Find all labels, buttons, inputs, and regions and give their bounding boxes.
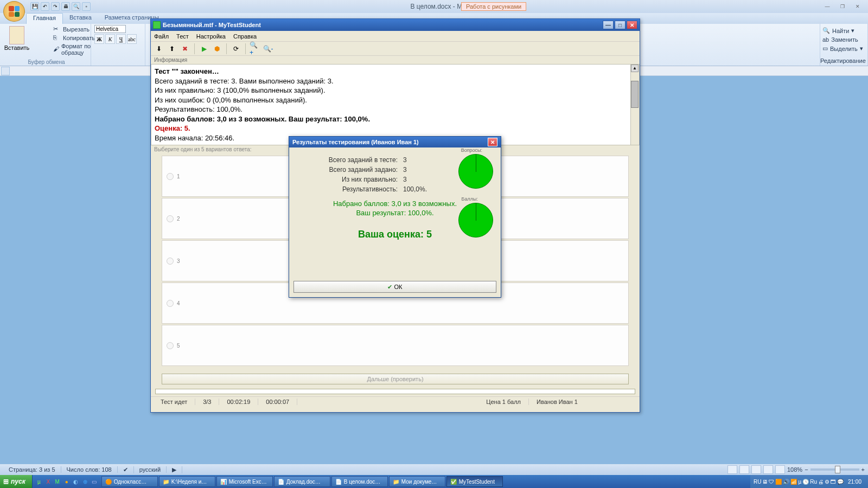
save-icon[interactable]: 💾 xyxy=(30,2,39,11)
utorrent-icon[interactable]: µ xyxy=(35,477,43,486)
task-item[interactable]: 🟠Однокласс… xyxy=(101,476,158,487)
replace-button[interactable]: abЗаменить xyxy=(822,35,865,44)
task-item[interactable]: 📄В целом.doc… xyxy=(331,476,388,487)
menu-test[interactable]: Тест xyxy=(176,33,189,40)
task-item[interactable]: 📁K:\Неделя и… xyxy=(159,476,215,487)
tray-icon[interactable]: Ru xyxy=(810,479,817,485)
view-draft-icon[interactable] xyxy=(775,465,785,474)
view-read-icon[interactable] xyxy=(739,465,749,474)
info-label: Информация xyxy=(151,56,640,64)
tray-icon[interactable]: 🖥 xyxy=(762,479,768,485)
select-button[interactable]: ▭Выделить ▾ xyxy=(822,44,865,53)
play-icon[interactable]: ▶ xyxy=(198,43,210,55)
radio-3[interactable] xyxy=(167,258,174,265)
italic-button[interactable]: К xyxy=(105,34,115,44)
answer-option[interactable]: 5 xyxy=(162,325,629,366)
app-icon[interactable]: M xyxy=(53,477,62,486)
next-icon[interactable]: ⬆ xyxy=(166,43,178,55)
info-effect: Результативность: 100,0%. xyxy=(155,105,636,114)
zoom-value[interactable]: 108% xyxy=(787,466,802,473)
ruler-toggle[interactable] xyxy=(1,67,10,75)
mytest-titlebar[interactable]: Безымянный.mtf - MyTestStudent — □ ✕ xyxy=(151,19,640,31)
radio-2[interactable] xyxy=(167,215,174,222)
lang-indicator[interactable]: RU xyxy=(754,479,761,485)
tab-insert[interactable]: Вставка xyxy=(63,13,98,24)
brush-icon: 🖌 xyxy=(53,46,59,53)
office-button[interactable] xyxy=(3,1,25,22)
stop-icon[interactable]: ⬢ xyxy=(211,43,223,55)
view-web-icon[interactable] xyxy=(751,465,761,474)
bold-button[interactable]: Ж xyxy=(94,34,104,44)
tray-icon[interactable]: 🗔 xyxy=(831,479,836,485)
tray-icon[interactable]: 🟧 xyxy=(775,479,782,485)
menu-settings[interactable]: Настройка xyxy=(196,33,226,40)
zoom-in-icon[interactable]: + xyxy=(861,466,865,473)
tray-icon[interactable]: µ xyxy=(798,479,801,485)
app-icon[interactable]: ● xyxy=(62,477,71,486)
info-scrollbar[interactable]: ▲ xyxy=(630,65,639,145)
menu-help[interactable]: Справка xyxy=(233,33,257,40)
tray-icon[interactable]: 🖨 xyxy=(818,479,824,485)
tray-icon[interactable]: 🔊 xyxy=(783,479,789,485)
preview-icon[interactable]: 🔍 xyxy=(72,2,80,11)
menu-file[interactable]: Файл xyxy=(154,33,169,40)
maximize-icon[interactable]: □ xyxy=(615,21,626,29)
copy-button[interactable]: ⎘Копировать xyxy=(53,34,95,42)
task-item[interactable]: 📄Доклад.doc… xyxy=(274,476,330,487)
status-words[interactable]: Число слов: 108 xyxy=(61,466,118,473)
close-icon[interactable]: ✕ xyxy=(488,138,497,146)
status-macro-icon[interactable]: ▶ xyxy=(167,466,182,473)
start-button[interactable]: пуск xyxy=(0,475,33,488)
task-item[interactable]: ✅MyTestStudent xyxy=(446,476,503,487)
zoom-slider[interactable] xyxy=(810,468,859,471)
task-item[interactable]: 📊Microsoft Exc… xyxy=(216,476,273,487)
ok-button[interactable]: ✔ ОК xyxy=(293,281,496,293)
select-icon: ▭ xyxy=(822,45,828,52)
tray-icon[interactable]: ⚙ xyxy=(825,479,829,485)
minimize-icon[interactable]: — xyxy=(603,21,614,29)
app-icon[interactable]: ⊕ xyxy=(81,477,90,486)
view-outline-icon[interactable] xyxy=(763,465,773,474)
prev-icon[interactable]: ⬇ xyxy=(153,43,165,55)
contextual-tab[interactable]: Работа с рисунками xyxy=(461,2,526,11)
new-icon[interactable]: ▫ xyxy=(82,2,91,11)
tray-icon[interactable]: 🛡 xyxy=(769,479,774,485)
tray-icon[interactable]: 🕓 xyxy=(802,479,809,485)
underline-button[interactable]: Ч xyxy=(116,34,126,44)
desktop-icon[interactable]: ▭ xyxy=(90,477,99,486)
redo-icon[interactable]: ↷ xyxy=(51,2,60,11)
status-proof-icon[interactable]: ✔ xyxy=(118,466,134,473)
zoom-out-icon[interactable]: 🔍- xyxy=(262,43,274,55)
radio-1[interactable] xyxy=(167,173,174,180)
zoom-out-icon[interactable]: − xyxy=(805,466,808,473)
zoom-in-icon[interactable]: 🔍+ xyxy=(249,43,261,55)
format-painter-button[interactable]: 🖌Формат по образцу xyxy=(53,42,95,56)
cut-button[interactable]: ✂Вырезать xyxy=(53,25,95,34)
print-icon[interactable]: 🖶 xyxy=(61,2,70,11)
undo-icon[interactable]: ↶ xyxy=(41,2,49,11)
radio-4[interactable] xyxy=(167,300,174,307)
paste-button[interactable]: Вставить xyxy=(5,25,28,56)
restore-icon[interactable]: ❐ xyxy=(835,2,850,11)
refresh-icon[interactable]: ⟳ xyxy=(230,43,242,55)
minimize-icon[interactable]: — xyxy=(820,2,834,11)
find-button[interactable]: 🔍Найти ▾ xyxy=(822,26,865,35)
app-icon[interactable]: ◐ xyxy=(72,477,80,486)
close-icon[interactable]: ✕ xyxy=(851,2,865,11)
next-button[interactable]: Дальше (проверить) xyxy=(162,374,629,384)
delete-icon[interactable]: ✖ xyxy=(179,43,191,55)
close-icon[interactable]: ✕ xyxy=(627,21,637,29)
radio-5[interactable] xyxy=(167,342,174,349)
app-icon[interactable]: X xyxy=(44,477,53,486)
tab-home[interactable]: Главная xyxy=(26,13,63,24)
dialog-titlebar[interactable]: Результаты тестирования (Иванов Иван 1) … xyxy=(289,137,501,147)
tray-icon[interactable]: 💬 xyxy=(837,479,844,485)
clock[interactable]: 21:00 xyxy=(845,479,865,485)
status-lang[interactable]: русский xyxy=(134,466,167,473)
view-print-icon[interactable] xyxy=(727,465,737,474)
strike-button[interactable]: abc xyxy=(127,34,137,44)
font-name-input[interactable] xyxy=(94,25,126,33)
tray-icon[interactable]: 📶 xyxy=(790,479,797,485)
status-page[interactable]: Страница: 3 из 5 xyxy=(3,466,61,473)
task-item[interactable]: 📁Мои докуме… xyxy=(389,476,445,487)
